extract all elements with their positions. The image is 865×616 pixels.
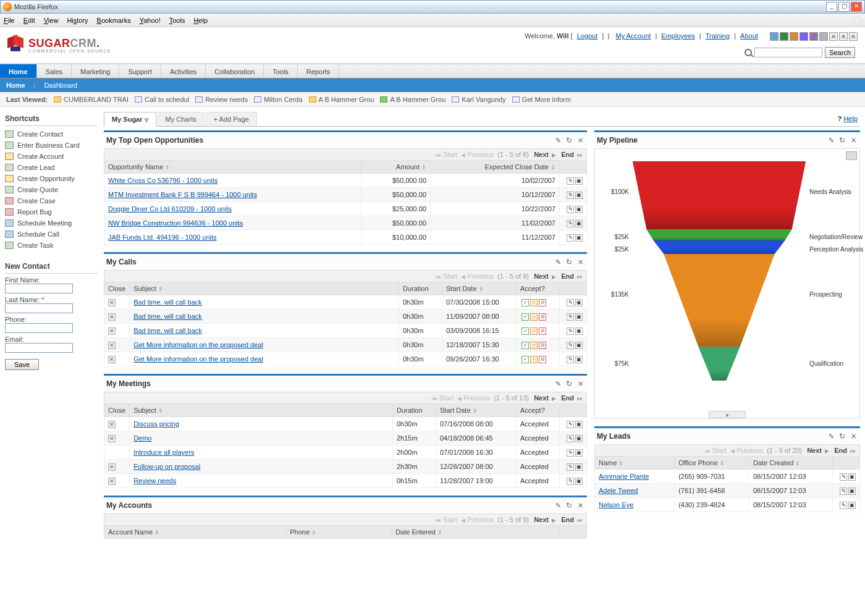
view-row-icon[interactable]: ▣ bbox=[575, 449, 583, 457]
nav-marketing[interactable]: Marketing bbox=[72, 64, 119, 78]
col-amount[interactable]: Amount ⇕ bbox=[361, 161, 431, 174]
close-row-icon[interactable]: ✕ bbox=[108, 313, 116, 321]
swatch-purple[interactable] bbox=[800, 32, 808, 41]
accept-no-icon[interactable]: ⊘ bbox=[539, 313, 546, 321]
col-opp-name[interactable]: Opportunity Name ⇕ bbox=[104, 161, 361, 174]
logout-link[interactable]: Logout bbox=[577, 32, 598, 40]
edit-icon[interactable] bbox=[827, 136, 835, 145]
view-row-icon[interactable]: ▣ bbox=[575, 299, 583, 306]
lv-item-4[interactable]: A B Hammer Grou bbox=[309, 96, 374, 103]
next-link[interactable]: Next bbox=[534, 151, 549, 158]
search-button[interactable]: Search bbox=[825, 47, 855, 58]
meeting-link[interactable]: Review needs bbox=[133, 477, 176, 484]
view-row-icon[interactable]: ▣ bbox=[575, 220, 583, 227]
edit-row-icon[interactable]: ✎ bbox=[567, 463, 574, 471]
view-row-icon[interactable]: ▣ bbox=[575, 435, 583, 442]
edit-icon[interactable] bbox=[554, 258, 562, 266]
accept-yes-icon[interactable]: ✓ bbox=[521, 313, 529, 321]
minimize-button[interactable]: _ bbox=[826, 2, 837, 12]
textsize-large[interactable]: A bbox=[849, 32, 858, 41]
call-link[interactable]: Bad time, will call back bbox=[133, 298, 202, 306]
view-row-icon[interactable]: ▣ bbox=[575, 327, 583, 335]
accept-no-icon[interactable]: ⊘ bbox=[539, 342, 546, 349]
close-icon[interactable] bbox=[576, 258, 584, 266]
end-link[interactable]: End bbox=[834, 447, 847, 454]
col-duration[interactable]: Duration bbox=[399, 282, 442, 295]
close-window-button[interactable]: ✕ bbox=[851, 2, 862, 12]
col-subject[interactable]: Subject ⇕ bbox=[130, 282, 399, 295]
resize-handle[interactable]: ▲ bbox=[709, 411, 746, 418]
call-link[interactable]: Get More information on the proposed dea… bbox=[133, 341, 263, 348]
opportunity-link[interactable]: NW Bridge Construction 994636 - 1000 uni… bbox=[108, 219, 243, 227]
close-row-icon[interactable]: ✕ bbox=[108, 299, 116, 306]
col-entered[interactable]: Date Entered ⇕ bbox=[392, 526, 560, 539]
accept-tent-icon[interactable]: = bbox=[530, 342, 538, 349]
view-row-icon[interactable]: ▣ bbox=[575, 421, 583, 428]
opportunity-link[interactable]: White Cross Co 536796 - 1000 units bbox=[108, 177, 217, 184]
meeting-link[interactable]: Follow-up on proposal bbox=[133, 463, 200, 470]
close-row-icon[interactable]: ✕ bbox=[108, 327, 116, 335]
print-icon[interactable] bbox=[846, 151, 857, 160]
lastname-input[interactable] bbox=[5, 303, 73, 313]
save-button[interactable]: Save bbox=[5, 359, 39, 370]
col-subject[interactable]: Subject ⇕ bbox=[130, 404, 393, 417]
nav-collaboration[interactable]: Collaboration bbox=[206, 64, 264, 78]
textsize-med[interactable]: A bbox=[839, 32, 848, 41]
lv-item-7[interactable]: Get More inform bbox=[512, 96, 571, 103]
edit-icon[interactable] bbox=[554, 136, 562, 145]
shortcut-item[interactable]: Schedule Meeting bbox=[5, 217, 98, 229]
edit-row-icon[interactable]: ✎ bbox=[567, 299, 574, 306]
swatch-violet[interactable] bbox=[809, 32, 818, 41]
close-row-icon[interactable]: ✕ bbox=[108, 356, 116, 363]
maximize-button[interactable]: ▢ bbox=[838, 2, 850, 12]
edit-row-icon[interactable]: ✎ bbox=[567, 342, 574, 349]
view-row-icon[interactable]: ▣ bbox=[575, 313, 583, 321]
lead-link[interactable]: Nelson Eye bbox=[599, 501, 633, 508]
swatch-blue[interactable] bbox=[770, 32, 778, 41]
next-link[interactable]: Next bbox=[534, 516, 549, 523]
accept-yes-icon[interactable]: ✓ bbox=[521, 327, 529, 335]
close-row-icon[interactable]: ✕ bbox=[108, 342, 116, 349]
meeting-link[interactable]: Discuss pricing bbox=[133, 420, 179, 428]
accept-tent-icon[interactable]: = bbox=[530, 313, 538, 321]
subnav-home[interactable]: Home bbox=[6, 82, 25, 89]
edit-icon[interactable] bbox=[827, 432, 835, 441]
call-link[interactable]: Bad time, will call back bbox=[133, 327, 202, 334]
edit-icon[interactable] bbox=[554, 379, 562, 388]
employees-link[interactable]: Employees bbox=[661, 32, 694, 40]
call-link[interactable]: Get More information on the proposed dea… bbox=[133, 355, 263, 363]
firstname-input[interactable] bbox=[5, 284, 73, 293]
edit-row-icon[interactable]: ✎ bbox=[840, 473, 847, 481]
tab-add-page[interactable]: + Add Page bbox=[206, 112, 257, 126]
refresh-icon[interactable] bbox=[565, 258, 573, 266]
shortcut-item[interactable]: Create Opportunity bbox=[5, 173, 98, 184]
close-row-icon[interactable]: ✕ bbox=[108, 463, 116, 471]
nav-sales[interactable]: Sales bbox=[37, 64, 72, 78]
view-row-icon[interactable]: ▣ bbox=[848, 487, 856, 495]
edit-row-icon[interactable]: ✎ bbox=[567, 177, 574, 185]
edit-icon[interactable] bbox=[554, 501, 562, 510]
help-link[interactable]: ? Help bbox=[835, 112, 860, 126]
swatch-gray[interactable] bbox=[819, 32, 828, 41]
col-lead-name[interactable]: Name ⇕ bbox=[595, 457, 675, 470]
nav-support[interactable]: Support bbox=[119, 64, 161, 78]
opportunity-link[interactable]: JAB Funds Ltd. 494196 - 1000 units bbox=[108, 234, 217, 241]
nav-reports[interactable]: Reports bbox=[298, 64, 340, 78]
edit-row-icon[interactable]: ✎ bbox=[567, 449, 574, 457]
refresh-icon[interactable] bbox=[838, 136, 846, 145]
col-close[interactable]: Close bbox=[104, 404, 130, 417]
col-phone[interactable]: Phone ⇕ bbox=[286, 526, 392, 539]
view-row-icon[interactable]: ▣ bbox=[575, 342, 583, 349]
training-link[interactable]: Training bbox=[706, 32, 730, 40]
menu-tools[interactable]: Tools bbox=[169, 17, 185, 24]
refresh-icon[interactable] bbox=[565, 379, 573, 388]
menu-bookmarks[interactable]: Bookmarks bbox=[97, 17, 131, 24]
view-row-icon[interactable]: ▣ bbox=[575, 177, 583, 185]
shortcut-item[interactable]: Create Account bbox=[5, 151, 98, 162]
accept-yes-icon[interactable]: ✓ bbox=[521, 356, 529, 363]
nav-tools[interactable]: Tools bbox=[264, 64, 298, 78]
edit-row-icon[interactable]: ✎ bbox=[567, 356, 574, 363]
close-row-icon[interactable]: ✕ bbox=[108, 435, 116, 442]
shortcut-item[interactable]: Create Lead bbox=[5, 162, 98, 173]
col-duration[interactable]: Duration bbox=[393, 404, 436, 417]
